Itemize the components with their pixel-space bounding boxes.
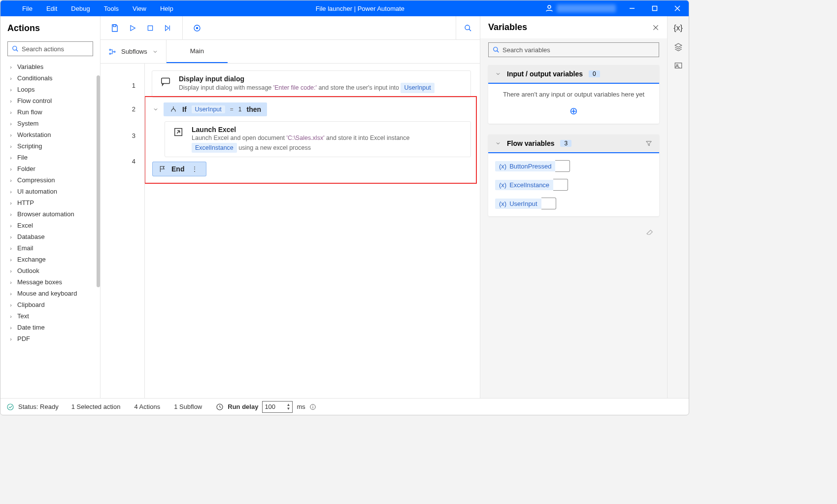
chevron-right-icon: › bbox=[8, 143, 13, 149]
chevron-down-icon bbox=[495, 71, 501, 77]
action-cat-email[interactable]: ›Email bbox=[2, 242, 100, 254]
action-label: Clipboard bbox=[17, 301, 45, 308]
subflows-dropdown[interactable]: Subflows bbox=[100, 40, 167, 63]
flow-var-row[interactable]: (x)ExcelInstance bbox=[495, 179, 652, 191]
menu-help[interactable]: Help bbox=[153, 2, 180, 15]
tab-main[interactable]: Main bbox=[167, 40, 228, 63]
action-cat-compression[interactable]: ›Compression bbox=[2, 174, 100, 186]
actions-search[interactable]: Search actions bbox=[7, 41, 93, 56]
svg-marker-10 bbox=[166, 25, 169, 31]
action-cat-mouse-keyboard[interactable]: ›Mouse and keyboard bbox=[2, 288, 100, 299]
menu-debug[interactable]: Debug bbox=[64, 2, 97, 15]
flag-icon bbox=[159, 165, 167, 173]
menu-tools[interactable]: Tools bbox=[97, 2, 126, 15]
erase-icon[interactable] bbox=[636, 223, 664, 240]
action-cat-file[interactable]: ›File bbox=[2, 152, 100, 163]
maximize-button[interactable] bbox=[643, 0, 666, 16]
action-cat-outlook[interactable]: ›Outlook bbox=[2, 265, 100, 276]
flow-var-row[interactable]: (x)UserInput bbox=[495, 198, 652, 209]
stepper-icon[interactable]: ▲▼ bbox=[286, 403, 290, 411]
chevron-right-icon: › bbox=[8, 87, 13, 93]
action-cat-ui-automation[interactable]: ›UI automation bbox=[2, 186, 100, 197]
var-value-box[interactable] bbox=[541, 198, 556, 209]
action-label: Excel bbox=[17, 222, 33, 229]
close-button[interactable] bbox=[666, 0, 689, 16]
svg-point-31 bbox=[312, 405, 313, 405]
stop-button[interactable] bbox=[145, 23, 156, 34]
action-cat-folder[interactable]: ›Folder bbox=[2, 163, 100, 174]
action-cat-clipboard[interactable]: ›Clipboard bbox=[2, 299, 100, 310]
close-icon[interactable] bbox=[652, 24, 659, 31]
layers-rail-icon[interactable] bbox=[673, 42, 683, 52]
variable-chip[interactable]: UserInput bbox=[401, 83, 434, 93]
action-label: Message boxes bbox=[17, 278, 62, 286]
subflow-bar: Subflows Main bbox=[100, 40, 480, 64]
io-variables-header[interactable]: Input / output variables 0 bbox=[488, 65, 659, 83]
menu-file[interactable]: File bbox=[15, 2, 39, 15]
action-cat-conditionals[interactable]: ›Conditionals bbox=[2, 72, 100, 84]
add-variable-button[interactable]: ⊕ bbox=[569, 105, 578, 117]
action-cat-run-flow[interactable]: ›Run flow bbox=[2, 106, 100, 118]
menu-view[interactable]: View bbox=[126, 2, 153, 15]
variable-chip[interactable]: UserInput bbox=[192, 105, 225, 113]
filter-icon[interactable] bbox=[645, 140, 652, 147]
menu-edit[interactable]: Edit bbox=[39, 2, 64, 15]
chevron-right-icon: › bbox=[8, 234, 13, 240]
action-cat-message-boxes[interactable]: ›Message boxes bbox=[2, 276, 100, 288]
keyword-then: then bbox=[246, 105, 261, 113]
var-name: ExcelInstance bbox=[509, 181, 549, 189]
action-label: Variables bbox=[17, 63, 43, 70]
action-cat-http[interactable]: ›HTTP bbox=[2, 197, 100, 208]
chevron-down-icon bbox=[495, 140, 501, 146]
scrollbar-thumb[interactable] bbox=[97, 75, 100, 287]
var-value-box[interactable] bbox=[553, 179, 568, 191]
more-icon[interactable]: ⋮ bbox=[189, 165, 200, 173]
toolbar-search[interactable] bbox=[456, 16, 480, 39]
branch-icon bbox=[169, 105, 177, 113]
action-cat-exchange[interactable]: ›Exchange bbox=[2, 254, 100, 265]
minimize-button[interactable] bbox=[621, 0, 643, 16]
step-display-input[interactable]: Display input dialog Display input dialo… bbox=[152, 70, 471, 98]
action-cat-scripting[interactable]: ›Scripting bbox=[2, 140, 100, 152]
action-cat-flow-control[interactable]: ›Flow control bbox=[2, 95, 100, 106]
step-if[interactable]: If UserInput = 1 then bbox=[152, 102, 471, 116]
chevron-right-icon: › bbox=[8, 279, 13, 285]
chevron-right-icon: › bbox=[8, 75, 13, 81]
record-button[interactable] bbox=[192, 23, 202, 34]
steps-area[interactable]: Display input dialog Display input dialo… bbox=[145, 64, 480, 398]
ms-label: ms bbox=[297, 403, 305, 410]
step-launch-excel[interactable]: Launch Excel Launch Excel and open docum… bbox=[165, 121, 471, 158]
info-icon[interactable] bbox=[309, 403, 316, 410]
actions-list[interactable]: ›Variables ›Conditionals ›Loops ›Flow co… bbox=[0, 61, 100, 398]
flow-var-row[interactable]: (x)ButtonPressed bbox=[495, 160, 652, 172]
chevron-right-icon: › bbox=[8, 189, 13, 195]
action-cat-variables[interactable]: ›Variables bbox=[2, 61, 100, 72]
save-button[interactable] bbox=[109, 23, 120, 34]
action-cat-browser-automation[interactable]: ›Browser automation bbox=[2, 208, 100, 220]
user-badge[interactable] bbox=[540, 4, 621, 13]
action-cat-database[interactable]: ›Database bbox=[2, 231, 100, 242]
action-cat-loops[interactable]: ›Loops bbox=[2, 84, 100, 95]
var-value-box[interactable] bbox=[555, 160, 570, 172]
images-rail-icon[interactable] bbox=[673, 61, 683, 70]
svg-point-0 bbox=[548, 5, 551, 8]
run-delay-input[interactable]: 100 ▲▼ bbox=[262, 401, 293, 413]
variables-title: Variables bbox=[488, 22, 527, 33]
status-text: Status: Ready bbox=[18, 403, 59, 410]
variable-chip[interactable]: ExcelInstance bbox=[192, 143, 237, 153]
action-cat-text[interactable]: ›Text bbox=[2, 310, 100, 322]
variables-rail-icon[interactable]: {x} bbox=[673, 23, 683, 33]
chevron-right-icon: › bbox=[8, 257, 13, 263]
action-cat-datetime[interactable]: ›Date time bbox=[2, 322, 100, 333]
run-delay-value: 100 bbox=[265, 403, 275, 410]
run-button[interactable] bbox=[127, 23, 138, 34]
variables-search[interactable]: Search variables bbox=[488, 42, 659, 57]
flow-variables-header[interactable]: Flow variables 3 bbox=[488, 134, 659, 152]
step-end[interactable]: End ⋮ bbox=[152, 162, 471, 176]
step-button[interactable] bbox=[163, 23, 173, 34]
action-cat-system[interactable]: ›System bbox=[2, 118, 100, 129]
action-cat-excel[interactable]: ›Excel bbox=[2, 220, 100, 231]
action-cat-workstation[interactable]: ›Workstation bbox=[2, 129, 100, 140]
io-variables-section: Input / output variables 0 There aren't … bbox=[488, 65, 659, 124]
action-cat-pdf[interactable]: ›PDF bbox=[2, 333, 100, 344]
